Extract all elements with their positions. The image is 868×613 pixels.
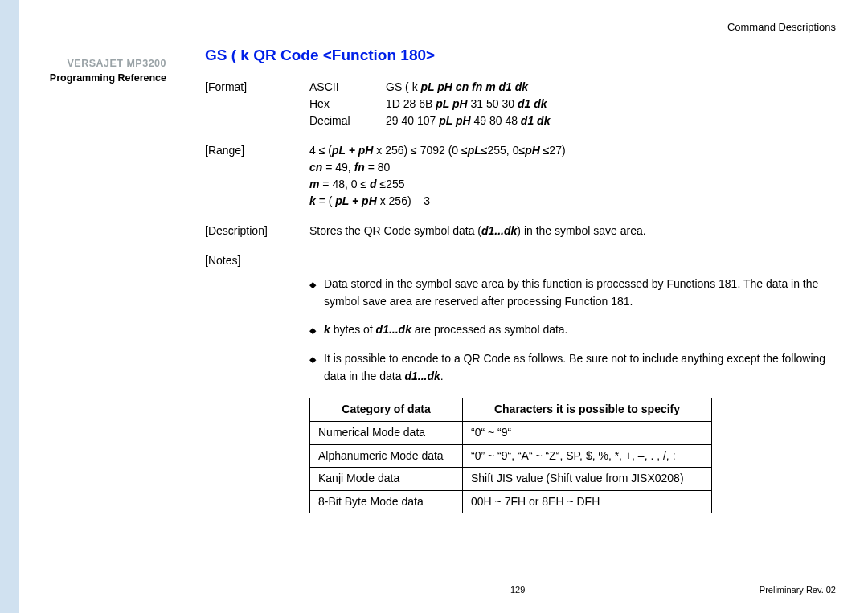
t: pL + pH (332, 144, 373, 157)
programming-reference-label: Programming Reference (19, 72, 166, 84)
t: pL (468, 144, 481, 157)
hex-label: Hex (309, 96, 386, 112)
t: are processed as symbol data. (411, 323, 568, 336)
t: k (324, 323, 330, 336)
cell: Kanji Mode data (310, 468, 463, 491)
dec-fixed: 49 80 48 (471, 114, 521, 127)
model-label: VERSAJET MP3200 (19, 58, 166, 69)
decimal-value: 29 40 107 pL pH 49 80 48 d1 dk (386, 112, 836, 129)
format-label: [Format] (205, 79, 309, 96)
t: pH (525, 144, 540, 157)
hex-d1dk: d1 dk (518, 97, 547, 110)
range-line3: m = 48, 0 ≤ d ≤255 (309, 176, 836, 193)
t: It is possible to encode to a QR Code as… (324, 352, 825, 382)
table-row: Alphanumeric Mode data “0” ~ “9“, “A“ ~ … (310, 444, 712, 468)
description-block: [Description] Stores the QR Code symbol … (205, 223, 836, 239)
t: cn (309, 161, 322, 174)
ascii-params: pL pH cn fn m d1 dk (421, 80, 529, 93)
table-header-characters: Characters it is possible to specify (463, 398, 712, 422)
t: = 80 (365, 161, 391, 174)
diamond-icon: ◆ (309, 278, 316, 310)
format-block: [Format] ASCII GS ( k pL pH cn fn m d1 d… (205, 79, 836, 129)
t: = 48, 0 ≤ (319, 178, 370, 190)
t: pL + pH (335, 194, 376, 207)
ascii-label: ASCII (309, 79, 386, 96)
dec-d1dk: d1 dk (521, 114, 551, 127)
hex-plph: pL pH (436, 97, 467, 110)
hex-fixed: 31 50 30 (468, 97, 518, 110)
notes-block: [Notes] ◆ Data stored in the symbol save… (205, 252, 836, 385)
table-row: Numerical Mode data “0“ ~ “9“ (310, 422, 712, 445)
diamond-icon: ◆ (309, 353, 316, 385)
t: Stores the QR Code symbol data ( (309, 224, 481, 237)
range-line4: k = ( pL + pH x 256) – 3 (309, 193, 836, 210)
note-item-2: ◆ k bytes of d1...dk are processed as sy… (309, 321, 836, 339)
t: x 256) – 3 (377, 194, 430, 207)
cell: 00H ~ 7FH or 8EH ~ DFH (463, 490, 712, 513)
t: . (440, 370, 444, 382)
category-table: Category of data Characters it is possib… (309, 398, 712, 513)
t: fn (354, 161, 365, 174)
cell: “0“ ~ “9“ (463, 422, 712, 445)
section-label: Command Descriptions (727, 21, 836, 33)
note-text: Data stored in the symbol save area by t… (324, 276, 836, 310)
hex-prefix: 1D 28 6B (386, 97, 436, 110)
t: ) in the symbol save area. (517, 224, 645, 237)
t: = 49, (322, 161, 354, 174)
page-title: GS ( k QR Code <Function 180> (205, 47, 836, 64)
range-label: [Range] (205, 142, 309, 159)
t: ≤255, 0≤ (481, 144, 525, 157)
notes-label: [Notes] (205, 252, 309, 269)
revision-label: Preliminary Rev. 02 (760, 585, 836, 595)
note-item-1: ◆ Data stored in the symbol save area by… (309, 276, 836, 310)
ascii-prefix: GS ( k (386, 80, 421, 93)
note-text: k bytes of d1...dk are processed as symb… (324, 321, 836, 339)
dec-prefix: 29 40 107 (386, 114, 439, 127)
ascii-value: GS ( k pL pH cn fn m d1 dk (386, 79, 836, 96)
cell: Shift JIS value (Shift value from JISX02… (463, 468, 712, 491)
range-line2: cn = 49, fn = 80 (309, 159, 836, 176)
t: 4 ≤ ( (309, 144, 332, 157)
cell: Numerical Mode data (310, 422, 463, 445)
description-text: Stores the QR Code symbol data (d1...dk)… (309, 223, 836, 239)
t: x 256) ≤ 7092 (0 ≤ (373, 144, 467, 157)
table-row: 8-Bit Byte Mode data 00H ~ 7FH or 8EH ~ … (310, 490, 712, 513)
range-line1: 4 ≤ (pL + pH x 256) ≤ 7092 (0 ≤pL≤255, 0… (309, 142, 836, 159)
t: d (370, 178, 377, 190)
t: k (309, 194, 316, 207)
t: m (309, 178, 319, 190)
note-text: It is possible to encode to a QR Code as… (324, 350, 836, 385)
sidebar: VERSAJET MP3200 Programming Reference (19, 0, 176, 613)
table-header-category: Category of data (310, 398, 463, 422)
cell: Alphanumeric Mode data (310, 444, 463, 468)
table-row: Kanji Mode data Shift JIS value (Shift v… (310, 468, 712, 491)
t: ≤255 (377, 178, 405, 190)
description-label: [Description] (205, 223, 309, 239)
page-number: 129 (510, 585, 525, 595)
t: d1...dk (481, 224, 517, 237)
hex-value: 1D 28 6B pL pH 31 50 30 d1 dk (386, 96, 836, 112)
main-content: Command Descriptions GS ( k QR Code <Fun… (205, 21, 836, 513)
cell: 8-Bit Byte Mode data (310, 490, 463, 513)
diamond-icon: ◆ (309, 324, 316, 339)
t: ≤27) (540, 144, 566, 157)
t: = ( (316, 194, 336, 207)
t: bytes of (330, 323, 376, 336)
decimal-label: Decimal (309, 112, 386, 129)
note-item-3: ◆ It is possible to encode to a QR Code … (309, 350, 836, 385)
cell: “0” ~ “9“, “A“ ~ “Z“, SP, $, %, *, +, –,… (463, 444, 712, 468)
t: d1...dk (376, 323, 411, 336)
dec-plph: pL pH (439, 114, 470, 127)
t: d1...dk (404, 370, 440, 382)
left-blue-band (0, 0, 19, 613)
range-block: [Range] 4 ≤ (pL + pH x 256) ≤ 7092 (0 ≤p… (205, 142, 836, 210)
